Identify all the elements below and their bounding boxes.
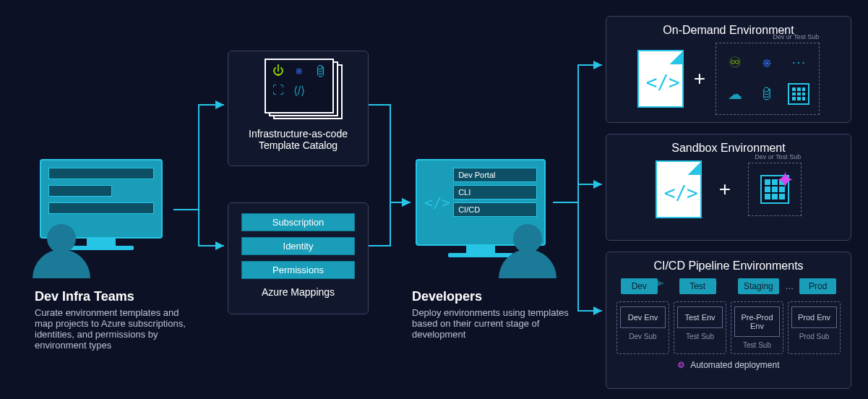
identity-button[interactable]: Identity — [241, 237, 355, 255]
sandbox-title: Sandbox Environment — [618, 142, 839, 155]
subscription-button[interactable]: Subscription — [241, 213, 355, 231]
cloud-icon: ☁ — [722, 81, 748, 107]
code-brackets-icon: </> — [646, 72, 680, 93]
ellipsis-icon: … — [785, 281, 794, 291]
sparkle-icon: ✦ — [775, 166, 795, 194]
plus-icon: + — [694, 67, 705, 90]
ondemand-subnote: Dev or Test Sub — [773, 33, 819, 40]
catalog-title: Infrastructure-as-code Template Catalog — [236, 128, 361, 151]
developers-text: Developers Deploy environments using tem… — [412, 289, 571, 340]
sandbox-subnote: Dev or Test Sub — [755, 153, 801, 160]
catalog-panel: ⏻ ⎈ 🛢 ⛶ ⟨/⟩ Infrastructure-as-code Templ… — [228, 51, 369, 166]
developers-title: Developers — [412, 289, 571, 304]
template-file-icon: </> — [637, 50, 684, 108]
automated-deployment-label: Automated deployment — [690, 360, 779, 370]
database-icon: 🛢 — [314, 64, 327, 80]
env-dev: Dev Env Dev Sub — [616, 301, 669, 354]
tool-cicd: CI/CD — [453, 202, 537, 217]
infra-teams-title: Dev Infra Teams — [35, 289, 194, 304]
stage-dev: Dev — [621, 278, 658, 294]
template-file-icon: </> — [656, 160, 702, 218]
tool-devportal: Dev Portal — [453, 168, 537, 182]
infra-teams-desc: Curate environment templates and map pro… — [35, 307, 194, 351]
more-icon: ⋯ — [786, 49, 812, 75]
ondemand-panel: On-Demand Environment </> + Dev or Test … — [606, 16, 851, 123]
developers-persona: </> Dev Portal CLI CI/CD — [416, 159, 546, 257]
kubernetes-icon: ⎈ — [296, 64, 303, 80]
gear-icon: ⚙ — [677, 360, 685, 370]
grid-service-icon — [786, 81, 812, 107]
mappings-panel: Subscription Identity Permissions Azure … — [228, 202, 369, 314]
code-brackets-icon: </> — [664, 182, 698, 204]
devops-icon: ♾ — [722, 49, 748, 75]
env-preprod: Pre-Prod Env Test Sub — [731, 301, 783, 354]
expand-icon: ⛶ — [272, 84, 284, 98]
database-icon: 🛢 — [754, 81, 780, 107]
infra-teams-persona — [40, 159, 163, 250]
code-icon: ⟨/⟩ — [293, 84, 305, 98]
env-test: Test Env Test Sub — [674, 301, 726, 354]
plus-icon: + — [719, 178, 731, 201]
permissions-button[interactable]: Permissions — [241, 261, 355, 279]
stage-test: Test — [679, 278, 716, 294]
pipeline-panel: CI/CD Pipeline Environments Dev Test Sta… — [606, 252, 851, 389]
tool-cli: CLI — [453, 185, 537, 200]
kubernetes-icon: ⎈ — [754, 49, 780, 75]
developers-desc: Deploy environments using templates base… — [412, 307, 571, 340]
infra-teams-text: Dev Infra Teams Curate environment templ… — [35, 289, 194, 351]
mappings-title: Azure Mappings — [241, 286, 355, 298]
code-brackets-icon: </> — [424, 194, 450, 211]
stage-staging: Staging — [738, 278, 780, 294]
pipeline-title: CI/CD Pipeline Environments — [616, 259, 841, 273]
stage-prod: Prod — [799, 278, 836, 294]
env-prod: Prod Env Prod Sub — [788, 301, 841, 354]
power-icon: ⏻ — [272, 64, 284, 80]
sandbox-panel: Sandbox Environment </> + Dev or Test Su… — [606, 134, 851, 241]
